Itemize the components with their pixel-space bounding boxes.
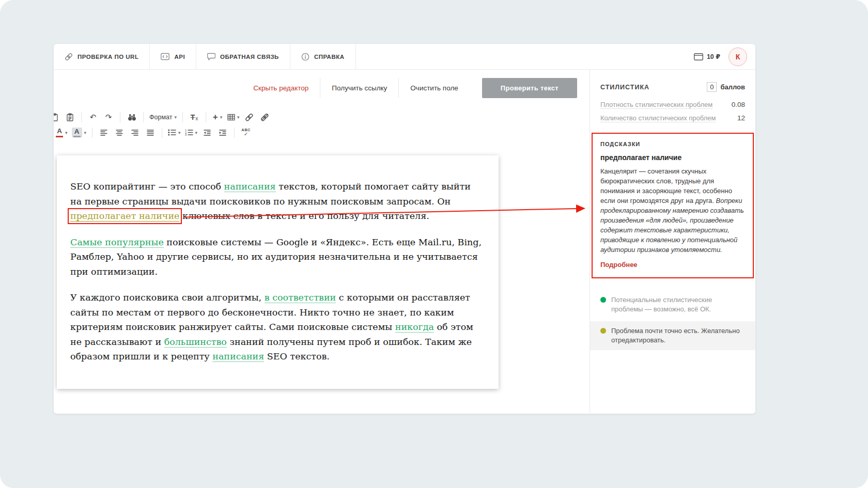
text-run: ключевых слов в тексте и его пользу для … <box>179 211 429 221</box>
align-right-icon[interactable] <box>127 125 143 139</box>
issue-highlight-green[interactable]: в соответствии <box>265 292 336 303</box>
text-run: У каждого поисковика свои алгоритмы, <box>70 292 265 303</box>
toolbar-divider <box>162 128 162 138</box>
page-background: ПРОВЕРКА ПО URL API ОБРАТНАЯ СВЯЗЬ <box>0 0 868 488</box>
document-page[interactable]: SEO копирайтинг — это способ написания т… <box>57 155 499 389</box>
clear-format-t: T <box>191 113 195 121</box>
insert-dropdown[interactable]: + ▾ <box>210 110 225 124</box>
undo-icon[interactable]: ↶ <box>85 110 101 124</box>
get-link-button[interactable]: Получить ссылку <box>320 84 398 92</box>
format-label: Формат <box>149 114 172 121</box>
balance-amount: 10 ₽ <box>707 53 720 60</box>
table-dropdown[interactable]: ▾ <box>225 110 242 124</box>
hints-body-text: Канцелярит — сочетания скучных бюрократи… <box>600 167 732 204</box>
text-run: SEO копирайтинг — это способ <box>70 181 224 192</box>
outdent-icon[interactable] <box>199 125 215 139</box>
unlink-icon[interactable] <box>257 110 272 124</box>
legend-dot-icon <box>600 297 606 303</box>
align-justify-icon[interactable] <box>143 125 158 139</box>
toolbar-divider <box>81 112 82 122</box>
highlight-color-dropdown[interactable]: A ▾ <box>70 125 89 139</box>
chevron-down-icon: ▾ <box>195 130 198 135</box>
align-center-icon[interactable] <box>112 125 127 139</box>
hints-body: Канцелярит — сочетания скучных бюрократи… <box>600 166 745 255</box>
toolbar-row-1: ↶ ↷ Формат ▾ T <box>54 110 590 124</box>
toolbar-row-2: A ▾ A ▾ <box>54 125 590 139</box>
toolbar-divider <box>234 128 235 138</box>
top-navigation: ПРОВЕРКА ПО URL API ОБРАТНАЯ СВЯЗЬ <box>54 44 755 70</box>
toolbar-divider <box>182 112 183 122</box>
spellcheck-icon[interactable]: ABC ✓ <box>238 125 254 139</box>
avatar-initial: К <box>736 53 740 61</box>
clear-format-x: x <box>195 116 198 121</box>
toolbar-divider <box>120 112 120 122</box>
nav-tabs: ПРОВЕРКА ПО URL API ОБРАТНАЯ СВЯЗЬ <box>54 44 356 69</box>
paste-plain-icon[interactable] <box>54 110 62 124</box>
balance-button[interactable]: 10 ₽ <box>694 53 720 60</box>
tab-label: СПРАВКА <box>314 54 345 60</box>
help-icon <box>301 53 309 61</box>
align-left-icon[interactable] <box>96 125 112 139</box>
abc-check-glyph: ABC ✓ <box>241 128 251 137</box>
tab-label: API <box>174 54 185 60</box>
score-value: 0 <box>707 82 717 92</box>
paste-from-word-icon[interactable] <box>62 110 78 124</box>
chevron-down-icon: ▾ <box>178 130 181 135</box>
score-unit: баллов <box>720 83 745 91</box>
bullet-list-dropdown[interactable]: ▾ <box>166 125 183 139</box>
topnav-right: 10 ₽ К <box>694 44 755 69</box>
metric-label[interactable]: Количество стилистических проблем <box>600 114 716 122</box>
redo-icon[interactable]: ↷ <box>101 110 116 124</box>
legend-item: Потенциальные стилистические проблемы — … <box>590 295 755 314</box>
find-replace-icon[interactable] <box>124 110 140 124</box>
more-link[interactable]: Подробнее <box>600 261 638 269</box>
hints-term: предполагает наличие <box>600 153 745 162</box>
issue-highlight-green[interactable]: никогда <box>395 322 434 333</box>
issue-highlight-yellow[interactable]: предполагает наличие <box>70 211 179 222</box>
text-color-dropdown[interactable]: A ▾ <box>54 125 70 139</box>
sidebar-title: СТИЛИСТИКА <box>600 84 649 91</box>
document-paragraph: SEO копирайтинг — это способ написания т… <box>70 179 483 224</box>
hide-editor-link[interactable]: Скрыть редактор <box>242 84 320 92</box>
issue-highlight-green[interactable]: написания <box>224 181 276 192</box>
toolbar-divider <box>143 112 144 122</box>
document-paragraph: Самые популярные поисковые системы — Goo… <box>70 235 483 279</box>
numbered-list-dropdown[interactable]: 123 ▾ <box>183 125 200 139</box>
redo-glyph: ↷ <box>105 113 112 122</box>
hints-title: ПОДСКАЗКИ <box>600 141 745 147</box>
tab-api[interactable]: API <box>150 44 196 69</box>
indent-icon[interactable] <box>215 125 230 139</box>
legend-text: Потенциальные стилистические проблемы — … <box>611 295 745 314</box>
chevron-down-icon: ▾ <box>237 115 240 120</box>
insert-link-icon[interactable] <box>241 110 257 124</box>
sidebar-header: СТИЛИСТИКА 0 баллов <box>590 70 755 98</box>
metric-value: 0.08 <box>732 101 745 108</box>
text-color-icon: A <box>56 128 63 137</box>
app-window: ПРОВЕРКА ПО URL API ОБРАТНАЯ СВЯЗЬ <box>54 44 755 414</box>
api-icon <box>161 53 169 60</box>
format-dropdown[interactable]: Формат ▾ <box>147 110 179 124</box>
issue-highlight-green[interactable]: большинство <box>164 337 227 348</box>
issue-highlight-green[interactable]: написания <box>212 351 264 362</box>
issue-highlight-green[interactable]: Самые популярные <box>70 237 164 248</box>
editor-column: Скрыть редактор Получить ссылку Очистить… <box>54 70 590 413</box>
check-text-button[interactable]: Проверить текст <box>482 78 577 98</box>
chevron-down-icon: ▾ <box>174 115 177 120</box>
avatar[interactable]: К <box>729 48 747 66</box>
toolbar-divider <box>206 112 206 122</box>
toolbar-divider <box>92 128 92 138</box>
chevron-down-icon: ▾ <box>65 130 68 135</box>
legend-dot-icon <box>600 328 606 334</box>
action-row: Скрыть редактор Получить ссылку Очистить… <box>54 70 590 106</box>
svg-text:3: 3 <box>185 133 187 136</box>
metric-row: Плотность стилистических проблем 0.08 <box>590 98 755 112</box>
feedback-icon <box>207 53 215 60</box>
tab-url-check[interactable]: ПРОВЕРКА ПО URL <box>54 44 150 69</box>
tab-help[interactable]: СПРАВКА <box>290 44 356 69</box>
tab-feedback[interactable]: ОБРАТНАЯ СВЯЗЬ <box>196 44 290 69</box>
clear-field-button[interactable]: Очистить поле <box>399 84 469 92</box>
metric-label[interactable]: Плотность стилистических проблем <box>600 101 712 109</box>
wallet-icon <box>694 53 703 60</box>
undo-glyph: ↶ <box>90 113 97 122</box>
remove-format-icon[interactable]: T x <box>187 110 202 124</box>
